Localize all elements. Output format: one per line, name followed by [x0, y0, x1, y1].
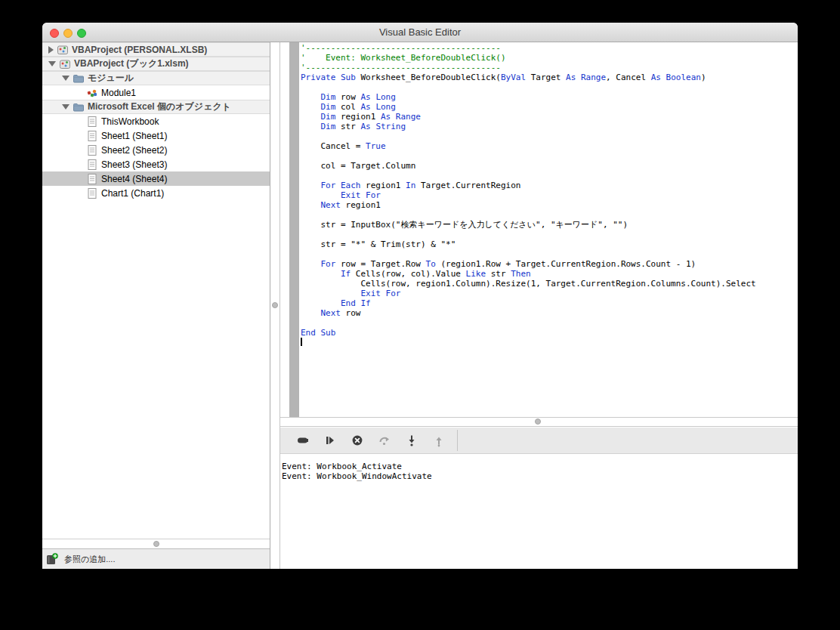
chevron-right-icon[interactable]: [48, 46, 54, 54]
code-line: End If: [301, 298, 756, 308]
code-line: '---------------------------------------: [301, 63, 756, 73]
tree-item-sheet1-sheet1-[interactable]: Sheet1 (Sheet1): [42, 128, 270, 143]
code-line: '---------------------------------------: [301, 43, 756, 53]
immediate-output-text: Event: Workbook_ActivateEvent: Workbook_…: [282, 462, 432, 481]
tree-item-label: Chart1 (Chart1): [101, 188, 164, 199]
code-line: Private Sub Worksheet_BeforeDoubleClick(…: [301, 73, 756, 82]
tree-item--[interactable]: モジュール: [42, 71, 270, 85]
project-tree[interactable]: VBAProject (PERSONAL.XLSB)VBAProject (ブッ…: [42, 42, 270, 539]
add-reference-button[interactable]: 参照の追加....: [42, 553, 115, 565]
tree-item-microsoft-excel-[interactable]: Microsoft Excel 個のオブジェクト: [42, 100, 270, 114]
step-out-button[interactable]: [425, 430, 452, 451]
editor-column: '---------------------------------------…: [280, 42, 798, 569]
code-line: [301, 230, 756, 239]
code-line: [301, 171, 756, 181]
code-line: End Sub: [301, 328, 756, 338]
tree-item-label: Sheet3 (Sheet3): [101, 159, 167, 170]
splitter-knob-icon[interactable]: [535, 418, 541, 425]
desktop-background: Visual Basic Editor VBAProject (PERSONAL…: [0, 0, 840, 630]
code-line: Cells(row, region1.Column).Resize(1, Tar…: [301, 279, 756, 289]
add-reference-label: 参照の追加....: [64, 554, 115, 565]
tree-item-module1[interactable]: Module1: [42, 85, 270, 100]
immediate-window[interactable]: Event: Workbook_ActivateEvent: Workbook_…: [280, 455, 798, 569]
project-icon: [57, 44, 69, 56]
code-line: Next row: [301, 308, 756, 318]
code-line: [301, 249, 756, 259]
code-line: If Cells(row, col).Value Like str Then: [301, 269, 756, 279]
tree-item-vbaproject-personal-xlsb-[interactable]: VBAProject (PERSONAL.XLSB): [42, 42, 270, 57]
add-reference-book-icon: [46, 553, 58, 565]
code-line: Exit For: [301, 190, 756, 200]
tree-item-sheet2-sheet2-[interactable]: Sheet2 (Sheet2): [42, 143, 270, 157]
code-line: Dim col As Long: [301, 102, 756, 112]
tree-item-sheet3-sheet3-[interactable]: Sheet3 (Sheet3): [42, 157, 270, 171]
tree-item-label: ThisWorkbook: [101, 116, 159, 127]
tree-item-thisworkbook[interactable]: ThisWorkbook: [42, 114, 270, 128]
stop-button[interactable]: [344, 430, 371, 451]
folder-icon: [73, 101, 85, 113]
document-icon: [86, 159, 98, 171]
title-bar[interactable]: Visual Basic Editor: [42, 23, 798, 42]
code-line: [301, 318, 756, 328]
code-line: [301, 210, 756, 220]
text-caret: [301, 338, 302, 346]
chevron-down-icon[interactable]: [62, 104, 69, 110]
folder-icon: [73, 73, 85, 85]
module-icon: [86, 87, 98, 99]
document-icon: [86, 116, 98, 128]
code-line: Cancel = True: [301, 141, 756, 151]
chevron-down-icon[interactable]: [48, 61, 56, 66]
tree-item-label: VBAProject (PERSONAL.XLSB): [72, 45, 207, 55]
document-icon: [86, 173, 98, 185]
immediate-line: Event: Workbook_Activate: [282, 462, 432, 471]
step-into-button[interactable]: [398, 430, 425, 451]
code-line: Dim str As String: [301, 122, 756, 131]
project-panel-splitter[interactable]: [42, 539, 270, 548]
debug-toolbar: [280, 428, 798, 454]
tree-item-label: VBAProject (ブック1.xlsm): [74, 57, 189, 70]
document-icon: [86, 130, 98, 142]
vbe-window: Visual Basic Editor VBAProject (PERSONAL…: [42, 23, 798, 569]
tree-item-chart1-chart1-[interactable]: Chart1 (Chart1): [42, 186, 270, 200]
tree-item-label: Sheet1 (Sheet1): [101, 131, 167, 141]
caret-line: [301, 338, 756, 347]
step-over-button[interactable]: [371, 430, 398, 451]
add-reference-bar: 参照の追加....: [42, 548, 270, 569]
code-margin: [280, 42, 289, 417]
chevron-down-icon[interactable]: [62, 76, 69, 81]
project-explorer-panel: VBAProject (PERSONAL.XLSB)VBAProject (ブッ…: [42, 42, 270, 569]
project-icon: [59, 58, 71, 70]
splitter-knob-icon[interactable]: [272, 302, 278, 308]
code-immediate-splitter[interactable]: [280, 417, 798, 427]
window-title: Visual Basic Editor: [42, 26, 798, 38]
code-editor-pane[interactable]: '---------------------------------------…: [280, 42, 798, 417]
tree-item-label: モジュール: [88, 72, 134, 85]
run-button[interactable]: [289, 430, 317, 451]
code-line: [301, 131, 756, 141]
code-line: For Each region1 In Target.CurrentRegion: [301, 181, 756, 190]
code-line: For row = Target.Row To (region1.Row + T…: [301, 259, 756, 269]
code-line: Exit For: [301, 289, 756, 298]
code-line: col = Target.Column: [301, 161, 756, 171]
code-line: str = InputBox("検索キーワードを入力してください", "キーワー…: [301, 220, 756, 230]
code-line: [301, 151, 756, 161]
continue-button[interactable]: [317, 430, 344, 451]
code-line: Dim row As Long: [301, 92, 756, 102]
tree-item-label: Microsoft Excel 個のオブジェクト: [88, 100, 231, 113]
splitter-knob-icon[interactable]: [153, 541, 159, 547]
tree-item-label: Sheet2 (Sheet2): [101, 145, 167, 156]
code-line: ' Event: Worksheet_BeforeDoubleClick(): [301, 53, 756, 63]
code-line: [301, 82, 756, 92]
tree-item-label: Sheet4 (Sheet4): [101, 174, 167, 184]
tree-item-label: Module1: [101, 88, 136, 98]
code-line: str = "*" & Trim(str) & "*": [301, 239, 756, 249]
tree-item-sheet4-sheet4-[interactable]: Sheet4 (Sheet4): [42, 171, 270, 186]
breakpoint-margin-bar[interactable]: [289, 42, 299, 417]
panel-code-splitter[interactable]: [270, 42, 280, 569]
document-icon: [86, 187, 98, 199]
toolbar-separator: [457, 430, 458, 451]
document-icon: [86, 144, 98, 156]
tree-item-vbaproject-1-xlsm-[interactable]: VBAProject (ブック1.xlsm): [42, 57, 270, 71]
code-text[interactable]: '---------------------------------------…: [301, 43, 756, 347]
immediate-line: Event: Workbook_WindowActivate: [282, 471, 432, 481]
